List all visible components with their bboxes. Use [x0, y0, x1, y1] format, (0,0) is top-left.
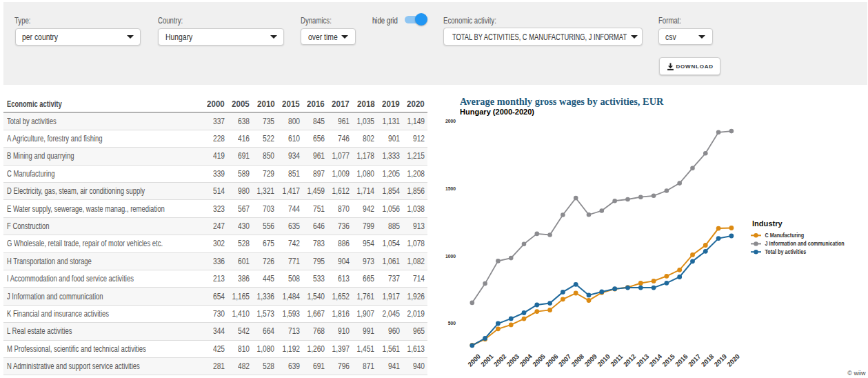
svg-text:2000: 2000: [466, 352, 482, 368]
svg-text:Average monthly gross wages by: Average monthly gross wages by activitie…: [460, 96, 664, 108]
svg-text:2012: 2012: [622, 352, 638, 368]
svg-text:2018: 2018: [700, 352, 716, 368]
svg-text:1000: 1000: [445, 254, 456, 259]
svg-text:2016: 2016: [674, 352, 689, 368]
svg-text:500: 500: [448, 321, 456, 326]
svg-text:Total by activities: Total by activities: [765, 248, 807, 255]
svg-text:2013: 2013: [635, 352, 651, 368]
svg-text:2005: 2005: [531, 352, 547, 368]
svg-text:2000: 2000: [445, 119, 456, 123]
svg-text:2006: 2006: [544, 352, 560, 368]
svg-text:2020: 2020: [725, 352, 741, 368]
svg-text:C Manufacturing: C Manufacturing: [765, 232, 805, 239]
svg-text:© wiiw: © wiiw: [847, 370, 866, 377]
svg-text:2003: 2003: [505, 352, 521, 368]
svg-text:2004: 2004: [518, 352, 534, 368]
svg-text:2017: 2017: [687, 352, 703, 368]
svg-text:2019: 2019: [712, 352, 728, 368]
svg-text:2001: 2001: [479, 352, 495, 368]
svg-text:2008: 2008: [569, 352, 585, 368]
svg-text:2011: 2011: [609, 352, 625, 368]
svg-text:J Information and communicatio: J Information and communication: [765, 241, 845, 248]
svg-text:Industry: Industry: [752, 219, 783, 228]
svg-text:1500: 1500: [445, 186, 456, 191]
svg-text:Hungary (2000-2020): Hungary (2000-2020): [460, 108, 534, 116]
svg-text:2009: 2009: [583, 352, 598, 368]
svg-text:2007: 2007: [557, 352, 573, 368]
svg-text:2015: 2015: [660, 352, 676, 368]
svg-text:2010: 2010: [596, 352, 612, 368]
svg-text:2002: 2002: [492, 352, 508, 368]
svg-text:2014: 2014: [647, 352, 663, 368]
